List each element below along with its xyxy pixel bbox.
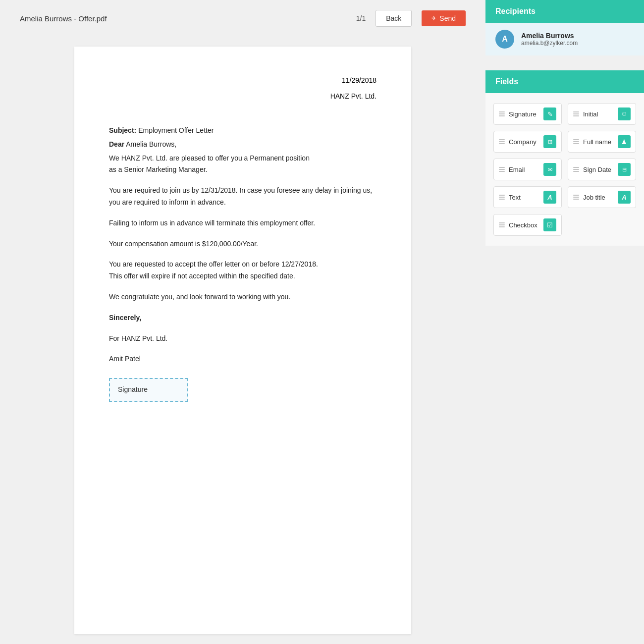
drag-handle <box>573 139 579 144</box>
field-fullname[interactable]: Full name ♟ <box>568 131 636 153</box>
recipient-item[interactable]: A Amelia Burrows amelia.b@zylker.com <box>485 23 644 55</box>
recipient-email: amelia.b@zylker.com <box>521 40 578 47</box>
para-fail: Failing to inform us in advance will ter… <box>109 217 376 229</box>
initial-icon: ⚇ <box>618 107 631 120</box>
para-accept: You are requested to accept the offer le… <box>109 259 376 282</box>
drag-handle <box>499 111 505 116</box>
fullname-icon: ♟ <box>618 135 631 148</box>
text-icon: A <box>543 191 556 204</box>
signature-icon: ✎ <box>543 107 556 120</box>
field-signdate-label: Sign Date <box>583 166 611 173</box>
recipient-name: Amelia Burrows <box>521 32 578 40</box>
document: 11/29/2018 HANZ Pvt. Ltd. Subject: Emplo… <box>74 47 411 634</box>
recipient-avatar: A <box>495 30 514 49</box>
field-company-label: Company <box>509 138 537 146</box>
field-text[interactable]: Text A <box>493 186 562 208</box>
para-join: You are required to join us by 12/31/201… <box>109 185 376 209</box>
offer-line: We HANZ Pvt. Ltd. are pleased to offer y… <box>109 153 376 176</box>
drag-handle <box>499 195 505 200</box>
field-company[interactable]: Company ⊞ <box>493 131 562 153</box>
field-text-label: Text <box>509 194 521 201</box>
send-icon: ✈ <box>431 15 436 22</box>
recipient-info: Amelia Burrows amelia.b@zylker.com <box>521 32 578 47</box>
closing: Sincerely, <box>109 312 376 324</box>
field-email-label: Email <box>509 166 525 173</box>
field-checkbox-label: Checkbox <box>509 221 537 229</box>
drag-handle <box>499 222 505 227</box>
top-bar: Amelia Burrows - Offer.pdf 1/1 Back ✈ Se… <box>0 0 485 37</box>
signature-field[interactable]: Signature <box>109 378 188 402</box>
para-congratulate: We congratulate you, and look forward to… <box>109 291 376 303</box>
fields-header: Fields <box>485 70 644 93</box>
back-button[interactable]: Back <box>376 10 412 27</box>
sidebar: Recipients A Amelia Burrows amelia.b@zyl… <box>485 0 644 644</box>
checkbox-icon: ☑ <box>543 218 556 231</box>
para-compensation: Your compensation amount is $120,000.00/… <box>109 238 376 250</box>
drag-handle <box>573 195 579 200</box>
doc-title: Amelia Burrows - Offer.pdf <box>20 14 346 23</box>
email-icon: ✉ <box>543 163 556 176</box>
field-initial-label: Initial <box>583 110 598 118</box>
field-fullname-label: Full name <box>583 138 611 146</box>
doc-company: HANZ Pvt. Ltd. <box>109 92 376 100</box>
field-signature[interactable]: Signature ✎ <box>493 103 562 125</box>
field-jobtitle-label: Job title <box>583 194 605 201</box>
field-signature-label: Signature <box>509 110 537 118</box>
page-count: 1/1 <box>356 14 366 22</box>
drag-handle <box>573 111 579 116</box>
document-container: 11/29/2018 HANZ Pvt. Ltd. Subject: Emplo… <box>0 37 485 644</box>
jobtitle-icon: A <box>618 191 631 204</box>
field-jobtitle[interactable]: Job title A <box>568 186 636 208</box>
signdate-icon: ⊟ <box>618 163 631 176</box>
company-icon: ⊞ <box>543 135 556 148</box>
drag-handle <box>573 167 579 172</box>
field-initial[interactable]: Initial ⚇ <box>568 103 636 125</box>
dear-line: Dear Amelia Burrows, <box>109 139 376 151</box>
field-email[interactable]: Email ✉ <box>493 159 562 180</box>
drag-handle <box>499 139 505 144</box>
doc-body: Subject: Employment Offer Letter Dear Am… <box>109 125 376 402</box>
subject-line: Subject: Employment Offer Letter <box>109 125 376 137</box>
closing-name: Amit Patel <box>109 353 376 365</box>
recipients-header: Recipients <box>485 0 644 23</box>
send-button[interactable]: ✈ Send <box>422 10 466 26</box>
fields-grid: Signature ✎ Initial ⚇ Company ⊞ <box>485 93 644 246</box>
field-signdate[interactable]: Sign Date ⊟ <box>568 159 636 180</box>
drag-handle <box>499 167 505 172</box>
field-checkbox[interactable]: Checkbox ☑ <box>493 214 562 236</box>
doc-date: 11/29/2018 <box>109 76 376 84</box>
closing-company: For HANZ Pvt. Ltd. <box>109 333 376 345</box>
